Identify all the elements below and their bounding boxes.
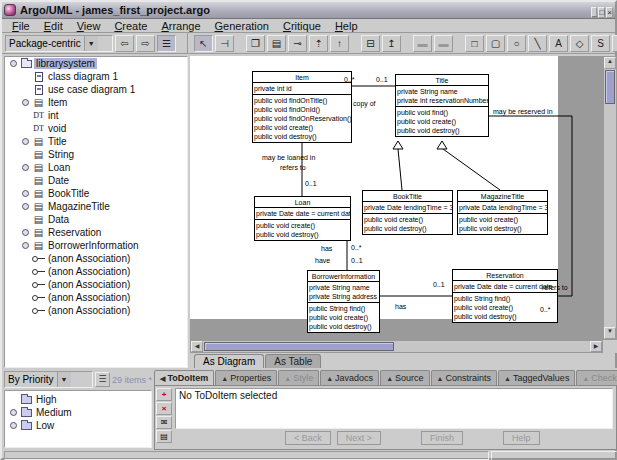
- class-booktitle[interactable]: BookTitleprivate Date lendingTime = 30pu…: [362, 190, 453, 235]
- class-borrowerinformation[interactable]: BorrowerInformationprivate String namepr…: [307, 270, 380, 333]
- explorer-item-anon-association[interactable]: (anon Association): [5, 304, 187, 317]
- menu-critique[interactable]: Critique: [277, 20, 327, 32]
- class-magazinetitle[interactable]: MagazineTitleprivate Data lendingTime = …: [457, 190, 548, 235]
- perspective-combobox[interactable]: Package-centric ▼: [5, 35, 113, 52]
- tool-association-button[interactable]: ⊸: [288, 35, 307, 52]
- menu-generation[interactable]: Generation: [209, 20, 275, 32]
- tree-expander-icon[interactable]: [19, 240, 31, 251]
- tool-line-button[interactable]: ╲: [528, 35, 547, 52]
- tree-expander-icon[interactable]: [7, 420, 19, 431]
- tree-expander-icon[interactable]: [19, 188, 31, 199]
- tree-expander-icon[interactable]: [19, 201, 31, 212]
- vertical-scrollbar[interactable]: ▲ ▼: [603, 56, 617, 340]
- tool-circle-button[interactable]: ○: [507, 35, 526, 52]
- new-todoitem-button[interactable]: +: [156, 388, 172, 401]
- tool-ink-button[interactable]: ∿: [612, 35, 617, 52]
- horizontal-scroll-thumb[interactable]: [204, 342, 394, 351]
- class-reservation[interactable]: Reservationprivate Date date = current d…: [452, 269, 558, 323]
- tool-realization-button[interactable]: ↥: [382, 35, 401, 52]
- tab-as-diagram[interactable]: As Diagram: [194, 354, 264, 368]
- tool-class-button[interactable]: ▤: [267, 35, 286, 52]
- tool-dependency-button[interactable]: ⇡: [309, 35, 328, 52]
- menu-view[interactable]: View: [71, 20, 107, 32]
- todo-item-high[interactable]: High: [5, 393, 151, 406]
- chevron-down-icon[interactable]: ▼: [57, 372, 71, 387]
- explorer-item-anon-association[interactable]: (anon Association): [5, 265, 187, 278]
- explorer-item-magazinetitle[interactable]: ▤MagazineTitle: [5, 200, 187, 213]
- nav-back-button[interactable]: ⇦: [115, 35, 134, 52]
- tab-taggedvalues[interactable]: ▲TaggedValues: [498, 370, 575, 385]
- tool-package-button[interactable]: ❐: [246, 35, 265, 52]
- minimize-button[interactable]: _: [591, 7, 597, 18]
- todo-item-low[interactable]: Low: [5, 419, 151, 432]
- vertical-scroll-thumb[interactable]: [605, 70, 615, 104]
- tab-as-table[interactable]: As Table: [265, 354, 321, 368]
- booktitle-generalization[interactable]: [398, 149, 402, 190]
- title-bar[interactable]: Argo/UML - james_first_project.argo _□×: [2, 2, 615, 19]
- explorer-item-date[interactable]: ▤Date: [5, 174, 187, 187]
- horizontal-scrollbar[interactable]: ◀ ▶: [190, 340, 603, 353]
- next-button[interactable]: Next >: [337, 431, 381, 445]
- help-button[interactable]: Help: [503, 431, 540, 445]
- explorer-item-int[interactable]: DTint: [5, 109, 187, 122]
- diagram-viewport[interactable]: Itemprivate int idpublic void findOnTitl…: [190, 56, 603, 340]
- explorer-item-void[interactable]: DTvoid: [5, 122, 187, 135]
- maximize-button[interactable]: □: [598, 7, 605, 18]
- tree-expander-icon[interactable]: [7, 58, 19, 69]
- delete-todoitem-button[interactable]: ×: [156, 402, 172, 415]
- class-loan[interactable]: Loanprivate Date date = current datepubl…: [254, 196, 351, 241]
- email-expert-button[interactable]: ✉: [156, 416, 172, 429]
- explorer-item-borrowerinformation[interactable]: ▤BorrowerInformation: [5, 239, 187, 252]
- scroll-up-icon[interactable]: ▲: [604, 57, 616, 69]
- tool-spline-button[interactable]: S: [591, 35, 610, 52]
- tool-class-association-button[interactable]: ⊟: [361, 35, 380, 52]
- tool-generalization-button[interactable]: ↑: [330, 35, 349, 52]
- explorer-item-reservation[interactable]: ▤Reservation: [5, 226, 187, 239]
- tool-rounded-rectangle-button[interactable]: ▢: [486, 35, 505, 52]
- snooze-critic-button[interactable]: ▤: [156, 430, 172, 443]
- todo-filter-combobox[interactable]: By Priority ▼: [4, 371, 93, 388]
- finish-button[interactable]: Finish: [421, 431, 463, 445]
- explorer-item-item[interactable]: ▤Item: [5, 96, 187, 109]
- chevron-down-icon[interactable]: ▼: [84, 36, 98, 51]
- tab-todoitem[interactable]: ◀ToDoItem: [154, 370, 214, 385]
- class-item[interactable]: Itemprivate int idpublic void findOnTitl…: [252, 71, 352, 143]
- explorer-item-loan[interactable]: ▤Loan: [5, 161, 187, 174]
- close-button[interactable]: ×: [606, 7, 613, 18]
- explorer-item-string[interactable]: ▤String: [5, 148, 187, 161]
- tree-expander-icon[interactable]: [19, 227, 31, 238]
- explorer-item-booktitle[interactable]: ▤BookTitle: [5, 187, 187, 200]
- todo-sort-button[interactable]: ☰: [95, 372, 110, 387]
- scroll-down-icon[interactable]: ▼: [604, 327, 616, 339]
- explorer-item-title[interactable]: ▤Title: [5, 135, 187, 148]
- tree-expander-icon[interactable]: [19, 136, 31, 147]
- explorer-item-librarysystem[interactable]: librarysystem: [5, 57, 187, 70]
- back-button[interactable]: < Back: [285, 431, 331, 445]
- tree-expander-icon[interactable]: [7, 407, 19, 418]
- menu-file[interactable]: File: [6, 20, 36, 32]
- todo-item-medium[interactable]: Medium: [5, 406, 151, 419]
- nav-forward-button[interactable]: ⇨: [136, 35, 155, 52]
- perspective-config-button[interactable]: ☰: [157, 35, 176, 52]
- tree-expander-icon[interactable]: [19, 97, 31, 108]
- tree-expander-icon[interactable]: [19, 162, 31, 173]
- menu-create[interactable]: Create: [108, 20, 153, 32]
- scroll-right-icon[interactable]: ▶: [590, 341, 602, 352]
- explorer-item-class-diagram-1[interactable]: class diagram 1: [5, 70, 187, 83]
- tab-javadocs[interactable]: ▲Javadocs: [320, 370, 379, 385]
- tool-text-button[interactable]: A: [549, 35, 568, 52]
- explorer-item-anon-association[interactable]: (anon Association): [5, 278, 187, 291]
- tab-properties[interactable]: ▲Properties: [215, 370, 277, 385]
- class-title[interactable]: Titleprivate String nameprivate int rese…: [395, 74, 489, 137]
- menu-edit[interactable]: Edit: [38, 20, 69, 32]
- tool-rectangle-button[interactable]: □: [465, 35, 484, 52]
- menu-help[interactable]: Help: [329, 20, 364, 32]
- tool-select-button[interactable]: ↖: [194, 35, 213, 52]
- magazinetitle-generalization[interactable]: [443, 149, 500, 190]
- explorer-item-anon-association[interactable]: (anon Association): [5, 291, 187, 304]
- tab-source[interactable]: ▲Source: [380, 370, 429, 385]
- scroll-left-icon[interactable]: ◀: [191, 341, 203, 352]
- tool-polygon-button[interactable]: ◇: [570, 35, 589, 52]
- tool-broom-button[interactable]: ⊣: [215, 35, 234, 52]
- tab-constraints[interactable]: ▲Constraints: [431, 370, 497, 385]
